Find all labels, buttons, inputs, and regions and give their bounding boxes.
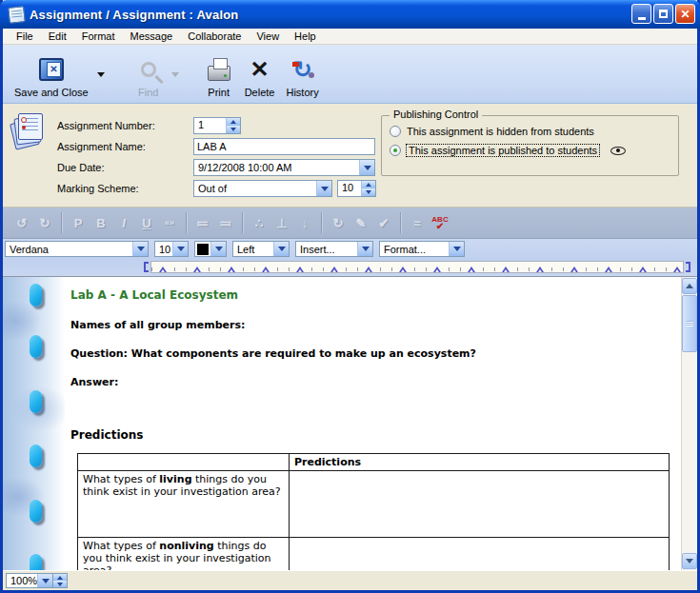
- marking-points-stepper[interactable]: 10: [337, 180, 376, 197]
- print-button[interactable]: Print: [199, 49, 239, 100]
- published-option-label[interactable]: This assignment is published to students: [407, 145, 599, 156]
- maximize-button[interactable]: [653, 4, 673, 24]
- assignment-name-input[interactable]: [193, 138, 375, 155]
- history-button[interactable]: ↻ History: [280, 49, 324, 100]
- undo-icon[interactable]: ↺: [10, 212, 33, 233]
- table-header-empty: [78, 454, 290, 471]
- status-bar: 100%: [3, 570, 697, 590]
- toolbar-separator: [242, 212, 243, 233]
- special-characters-icon[interactable]: «»: [158, 212, 181, 233]
- answer-cell[interactable]: [290, 471, 670, 538]
- insert-value: Insert...: [296, 244, 357, 255]
- delete-icon: ✕: [250, 58, 270, 81]
- vertical-scrollbar[interactable]: [681, 277, 697, 570]
- hidden-option-row[interactable]: This assignment is hidden from students: [390, 126, 594, 137]
- insert-below-icon[interactable]: ↓: [293, 212, 316, 233]
- minimize-icon: [638, 17, 646, 20]
- right-indent-marker[interactable]: [686, 262, 690, 272]
- document-content[interactable]: Lab A - A Local Ecosystem Names of all g…: [65, 277, 681, 570]
- pencil-edit-icon[interactable]: ✎: [350, 212, 372, 233]
- ruler-tab-marker: [365, 267, 372, 272]
- ruler[interactable]: [150, 261, 684, 273]
- menu-help[interactable]: Help: [287, 30, 324, 43]
- chevron-down-icon[interactable]: [172, 242, 188, 256]
- spiral-ring-icon: [30, 390, 42, 413]
- published-option-row[interactable]: This assignment is published to students: [390, 145, 672, 156]
- bold-icon[interactable]: B: [90, 212, 112, 233]
- minimize-button[interactable]: [631, 4, 651, 24]
- bullet-list-icon[interactable]: ≔: [191, 212, 214, 233]
- chevron-down-icon[interactable]: [37, 574, 52, 587]
- delete-button[interactable]: ✕ Delete: [239, 49, 281, 100]
- application-window: Assignment / Assignment : Avalon ✕ File …: [0, 0, 700, 593]
- chevron-down-icon: [171, 72, 179, 77]
- menu-view[interactable]: View: [249, 30, 287, 43]
- font-size-combo[interactable]: 10: [154, 241, 189, 257]
- spin-down-icon[interactable]: [53, 581, 67, 587]
- assignment-form: Assignment Number: 1 Assignment Name: Du…: [3, 104, 697, 208]
- hidden-option-label[interactable]: This assignment is hidden from students: [407, 126, 594, 137]
- insert-combo[interactable]: Insert...: [295, 241, 373, 257]
- scribble-icon[interactable]: ≈: [406, 212, 429, 233]
- radio-unchecked-icon[interactable]: [390, 126, 401, 137]
- left-indent-marker[interactable]: [144, 262, 149, 272]
- close-button[interactable]: ✕: [675, 4, 695, 24]
- marking-scheme-combo[interactable]: Out of: [193, 180, 332, 197]
- save-and-close-icon: [39, 58, 64, 81]
- baseline-icon[interactable]: ⊥: [270, 212, 293, 233]
- format-combo[interactable]: Format...: [379, 241, 465, 257]
- predictions-heading: Predictions: [70, 428, 675, 442]
- publishing-control-group: Publishing Control This assignment is hi…: [381, 115, 679, 176]
- menu-format[interactable]: Format: [74, 30, 123, 43]
- scrollbar-thumb[interactable]: [682, 295, 697, 352]
- save-and-close-button[interactable]: Save and Close: [9, 49, 94, 100]
- menu-collaborate[interactable]: Collaborate: [180, 30, 249, 43]
- spin-down-icon[interactable]: [227, 126, 240, 133]
- rotate-icon[interactable]: ↻: [327, 212, 350, 233]
- assignment-number-stepper[interactable]: 1: [193, 117, 241, 134]
- font-toolbar: Verdana 10 Left Insert... Format...: [3, 239, 697, 259]
- spell-check-icon[interactable]: ABC✔: [429, 212, 451, 233]
- app-icon: [8, 6, 26, 24]
- chevron-down-icon[interactable]: [273, 242, 289, 256]
- due-date-label: Due Date:: [57, 162, 190, 173]
- chevron-down-icon[interactable]: [210, 242, 226, 256]
- chevron-down-icon[interactable]: [449, 242, 464, 256]
- menu-file[interactable]: File: [9, 30, 41, 43]
- zoom-combo[interactable]: 100%: [6, 573, 53, 588]
- italic-icon[interactable]: I: [112, 212, 135, 233]
- toolbar-separator: [61, 212, 62, 233]
- menu-edit[interactable]: Edit: [41, 30, 74, 43]
- ruler-tab-marker: [159, 267, 167, 272]
- answer-cell[interactable]: [290, 538, 670, 571]
- underline-icon[interactable]: U: [135, 212, 158, 233]
- chevron-down-icon[interactable]: [316, 181, 331, 196]
- menu-message[interactable]: Message: [123, 30, 181, 43]
- chevron-down-icon[interactable]: [357, 242, 372, 256]
- document-editor: Lab A - A Local Ecosystem Names of all g…: [3, 276, 697, 570]
- scroll-up-icon[interactable]: [682, 278, 697, 294]
- chevron-down-icon[interactable]: [359, 160, 374, 175]
- find-button[interactable]: Find: [129, 49, 169, 100]
- font-color-combo[interactable]: [194, 241, 227, 257]
- ruler-tab-marker: [433, 267, 441, 272]
- font-family-combo[interactable]: Verdana: [5, 241, 149, 257]
- redo-icon[interactable]: ↻: [33, 212, 56, 233]
- radio-checked-icon[interactable]: [390, 145, 401, 156]
- eye-icon: [610, 147, 626, 155]
- accept-edit-icon[interactable]: ✔: [372, 212, 395, 233]
- find-options-dropdown[interactable]: [169, 49, 182, 100]
- zoom-stepper[interactable]: [53, 573, 68, 588]
- scroll-down-icon[interactable]: [682, 553, 697, 569]
- save-options-dropdown[interactable]: [94, 49, 108, 100]
- due-date-combo[interactable]: 9/12/2008 10:00 AM: [193, 159, 375, 176]
- spin-up-icon[interactable]: [227, 118, 240, 126]
- spin-up-icon[interactable]: [362, 181, 375, 188]
- spin-down-icon[interactable]: [362, 188, 375, 196]
- numbered-list-icon[interactable]: ≕: [214, 212, 237, 233]
- dotted-indent-icon[interactable]: ∴: [248, 212, 270, 233]
- alignment-combo[interactable]: Left: [232, 241, 290, 257]
- paragraph-style-icon[interactable]: P: [67, 212, 90, 233]
- spin-up-icon[interactable]: [53, 574, 67, 581]
- chevron-down-icon[interactable]: [132, 242, 148, 256]
